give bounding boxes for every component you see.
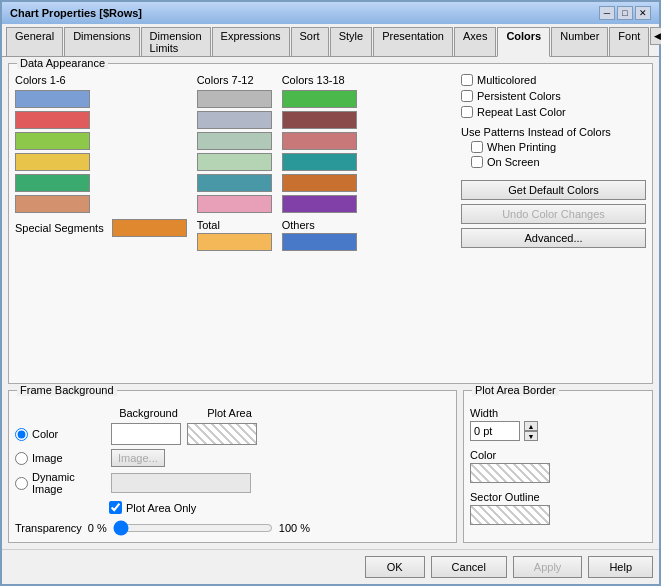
transparency-row: Transparency 0 % 100 % <box>15 520 450 536</box>
cancel-button[interactable]: Cancel <box>431 556 507 578</box>
tab-axes[interactable]: Axes <box>454 27 496 56</box>
width-input[interactable] <box>470 421 520 441</box>
dynamic-image-radio-row: Dynamic Image <box>15 471 450 495</box>
color-swatch-3-5[interactable] <box>282 174 357 192</box>
plot-color-swatch[interactable] <box>470 463 550 483</box>
minimize-button[interactable]: ─ <box>599 6 615 20</box>
color-swatch-1-1[interactable] <box>15 90 90 108</box>
plot-area-header: Plot Area <box>192 407 267 419</box>
when-printing-row: When Printing <box>471 141 646 153</box>
color-swatch-2-4[interactable] <box>197 153 272 171</box>
color-radio-container: Color <box>15 428 105 441</box>
color-swatch-3-3[interactable] <box>282 132 357 150</box>
tab-expressions[interactable]: Expressions <box>212 27 290 56</box>
group3-title: Colors 13-18 <box>282 74 357 86</box>
multicolored-row: Multicolored <box>461 74 646 86</box>
advanced-button[interactable]: Advanced... <box>461 228 646 248</box>
close-button[interactable]: ✕ <box>635 6 651 20</box>
patterns-group: Use Patterns Instead of Colors When Prin… <box>461 126 646 168</box>
transparency-slider[interactable] <box>113 520 273 536</box>
repeat-last-color-checkbox[interactable] <box>461 106 473 118</box>
special-segments-swatch[interactable] <box>112 219 187 237</box>
color-swatch-2-5[interactable] <box>197 174 272 192</box>
dynamic-image-input <box>111 473 251 493</box>
tab-scroll-left[interactable]: ◀ <box>650 27 661 45</box>
dynamic-image-radio[interactable] <box>15 477 28 490</box>
sector-outline-swatch[interactable] <box>470 505 550 525</box>
color-group-2: Colors 7-12 Total <box>197 74 272 377</box>
others-swatch[interactable] <box>282 233 357 251</box>
get-default-colors-button[interactable]: Get Default Colors <box>461 180 646 200</box>
color-group-3: Colors 13-18 Others <box>282 74 357 377</box>
color-swatch-1-3[interactable] <box>15 132 90 150</box>
on-screen-row: On Screen <box>471 156 646 168</box>
tab-dimensions[interactable]: Dimensions <box>64 27 139 56</box>
background-color-swatch[interactable] <box>111 423 181 445</box>
total-label: Total <box>197 219 272 231</box>
tab-dimension-limits[interactable]: Dimension Limits <box>141 27 211 56</box>
bottom-sections: Frame Background Background Plot Area Co… <box>8 390 653 543</box>
image-button[interactable]: Image... <box>111 449 165 467</box>
color-radio-label: Color <box>32 428 58 440</box>
patterns-inner: When Printing On Screen <box>471 141 646 168</box>
color-swatch-2-1[interactable] <box>197 90 272 108</box>
plot-area-only-label: Plot Area Only <box>126 502 196 514</box>
tab-style[interactable]: Style <box>330 27 372 56</box>
colors-right: Multicolored Persistent Colors Repeat La… <box>461 70 646 377</box>
main-window: Chart Properties [$Rows] ─ □ ✕ General D… <box>0 0 661 586</box>
persistent-colors-row: Persistent Colors <box>461 90 646 102</box>
color-swatch-2-2[interactable] <box>197 111 272 129</box>
multicolored-checkbox[interactable] <box>461 74 473 86</box>
spin-down-button[interactable]: ▼ <box>524 431 538 441</box>
total-swatch[interactable] <box>197 233 272 251</box>
color-swatch-2-3[interactable] <box>197 132 272 150</box>
color-swatch-1-2[interactable] <box>15 111 90 129</box>
width-row: ▲ ▼ <box>470 421 646 441</box>
color-radio-row: Color <box>15 423 450 445</box>
color-swatch-2-6[interactable] <box>197 195 272 213</box>
transparency-max: 100 % <box>279 522 310 534</box>
plot-width-group: Width ▲ ▼ <box>470 407 646 441</box>
color-swatch-1-4[interactable] <box>15 153 90 171</box>
plot-area-only-checkbox[interactable] <box>109 501 122 514</box>
on-screen-checkbox[interactable] <box>471 156 483 168</box>
ok-button[interactable]: OK <box>365 556 425 578</box>
color-radio[interactable] <box>15 428 28 441</box>
apply-button[interactable]: Apply <box>513 556 583 578</box>
plot-area-inner: Width ▲ ▼ Color <box>470 397 646 525</box>
maximize-button[interactable]: □ <box>617 6 633 20</box>
group2-title: Colors 7-12 <box>197 74 272 86</box>
plot-area-only-row: Plot Area Only <box>109 501 450 514</box>
color-swatch-1-5[interactable] <box>15 174 90 192</box>
window-title: Chart Properties [$Rows] <box>10 7 142 19</box>
tab-number[interactable]: Number <box>551 27 608 56</box>
plot-sector-group: Sector Outline <box>470 491 646 525</box>
color-swatch-3-2[interactable] <box>282 111 357 129</box>
tab-general[interactable]: General <box>6 27 63 56</box>
plot-area-color-swatch[interactable] <box>187 423 257 445</box>
color-swatch-3-4[interactable] <box>282 153 357 171</box>
help-button[interactable]: Help <box>588 556 653 578</box>
frame-bg-inner: Background Plot Area Color <box>15 397 450 536</box>
colors-left: Colors 1-6 Special Segments <box>15 70 461 377</box>
color-swatch-1-6[interactable] <box>15 195 90 213</box>
image-radio[interactable] <box>15 452 28 465</box>
transparency-label: Transparency <box>15 522 82 534</box>
tab-sort[interactable]: Sort <box>291 27 329 56</box>
undo-color-changes-button[interactable]: Undo Color Changes <box>461 204 646 224</box>
color-swatch-3-6[interactable] <box>282 195 357 213</box>
plot-color-group: Color <box>470 449 646 483</box>
tab-font[interactable]: Font <box>609 27 649 56</box>
tab-presentation[interactable]: Presentation <box>373 27 453 56</box>
frame-background-section: Frame Background Background Plot Area Co… <box>8 390 457 543</box>
tab-colors[interactable]: Colors <box>497 27 550 57</box>
when-printing-checkbox[interactable] <box>471 141 483 153</box>
persistent-colors-checkbox[interactable] <box>461 90 473 102</box>
colors-section: Data Appearance Colors 1-6 <box>8 63 653 384</box>
group1-swatches <box>15 90 187 213</box>
background-header: Background <box>111 407 186 419</box>
spin-up-button[interactable]: ▲ <box>524 421 538 431</box>
dynamic-image-label: Dynamic Image <box>32 471 105 495</box>
color-swatch-3-1[interactable] <box>282 90 357 108</box>
image-radio-container: Image <box>15 452 105 465</box>
